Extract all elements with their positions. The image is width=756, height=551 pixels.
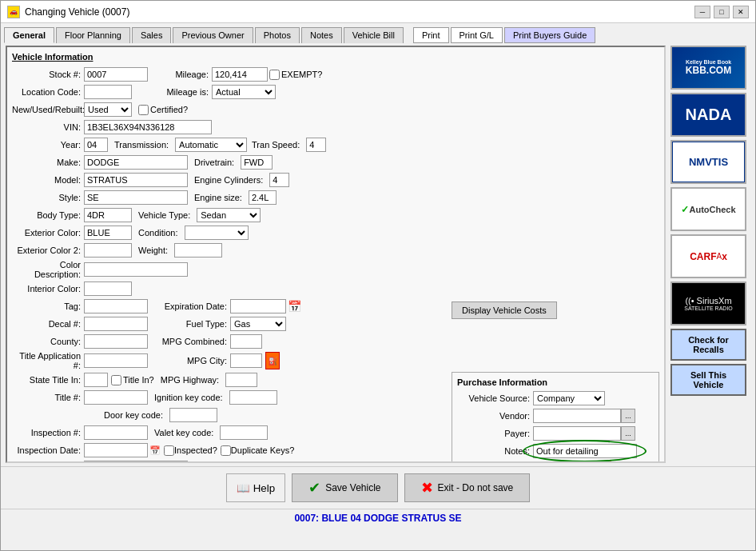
- nada-logo-display: NADA: [672, 94, 745, 135]
- drivetrain-input[interactable]: [241, 155, 273, 170]
- tab-vehicle-bill[interactable]: Vehicle Bill: [344, 27, 404, 43]
- title-app-input[interactable]: [84, 353, 148, 368]
- exit-x-icon: ✖: [421, 479, 433, 497]
- kbb-logo-button[interactable]: Kelley Blue Book KBB.COM: [670, 46, 746, 90]
- tab-print-buyers-guide[interactable]: Print Buyers Guide: [504, 27, 595, 43]
- siriusxm-logo-display: ((• SiriusXm SATELLITE RADIO: [672, 283, 745, 324]
- valet-key-input[interactable]: [220, 425, 268, 440]
- inspected-label: Inspected?: [174, 445, 217, 455]
- vin-input[interactable]: [84, 120, 212, 134]
- new-used-select[interactable]: Used New Rebuilt: [84, 102, 132, 117]
- fuel-type-select[interactable]: Gas Diesel Electric: [230, 317, 286, 331]
- exit-button[interactable]: ✖ Exit - Do not save: [404, 473, 531, 502]
- vendor-ellipsis-button[interactable]: ...: [621, 409, 635, 423]
- condition-select[interactable]: Excellent Good: [185, 226, 249, 240]
- minimize-button[interactable]: ─: [694, 6, 710, 18]
- form-panel: Vehicle Information Stock #: Mileage: EX…: [6, 46, 666, 463]
- transmission-select[interactable]: Automatic Manual: [175, 138, 247, 152]
- help-button[interactable]: 📖 Help: [226, 473, 285, 502]
- ignition-key-input[interactable]: [229, 390, 277, 405]
- tab-floor-planning[interactable]: Floor Planning: [56, 27, 130, 43]
- stock-input[interactable]: [84, 67, 148, 82]
- make-input[interactable]: [84, 155, 188, 170]
- payer-input[interactable]: [533, 426, 621, 441]
- location-input[interactable]: [84, 85, 132, 99]
- engine-size-input[interactable]: [249, 190, 277, 205]
- model-input[interactable]: [84, 173, 188, 187]
- state-title-input[interactable]: [84, 373, 108, 387]
- door-key-input[interactable]: [169, 408, 217, 422]
- exp-date-input[interactable]: [230, 299, 286, 313]
- mpg-city-input[interactable]: [230, 353, 262, 368]
- weight-input[interactable]: [174, 243, 222, 258]
- tab-general[interactable]: General: [4, 27, 54, 43]
- year-input[interactable]: [84, 138, 108, 152]
- ext-color-input[interactable]: [84, 226, 132, 240]
- status-bar: 0007: BLUE 04 DODGE STRATUS SE: [1, 509, 755, 527]
- title-app-label: Title Application #:: [12, 351, 84, 370]
- autocheck-logo-button[interactable]: ✓AutoCheck: [670, 187, 746, 231]
- vendor-input[interactable]: [533, 409, 621, 423]
- decal-row: Decal #: Fuel Type: Gas Diesel Electric: [12, 316, 444, 332]
- siriusxm-logo-button[interactable]: ((• SiriusXm SATELLITE RADIO: [670, 281, 746, 325]
- close-button[interactable]: ✕: [733, 6, 749, 18]
- sell-label: Sell ThisVehicle: [690, 370, 726, 389]
- county-input[interactable]: [84, 334, 148, 349]
- mileage-is-select[interactable]: Actual Exempt: [212, 85, 276, 99]
- year-label: Year:: [12, 140, 84, 150]
- tag-input[interactable]: [84, 299, 148, 313]
- notes-input[interactable]: [533, 444, 637, 458]
- maximize-button[interactable]: □: [714, 6, 730, 18]
- tab-previous-owner[interactable]: Previous Owner: [173, 27, 253, 43]
- new-used-row: New/Used/Rebuilt: Used New Rebuilt Certi…: [12, 102, 659, 118]
- inspection-date-calendar-icon[interactable]: 📅: [149, 445, 161, 456]
- inspection-num-input[interactable]: [84, 425, 148, 440]
- stock-row: Stock #: Mileage: EXEMPT?: [12, 66, 659, 82]
- mpg-highway-label: MPG Highway:: [161, 375, 222, 385]
- vehicle-source-select[interactable]: Company Auction Trade In: [533, 391, 605, 405]
- color-desc-label: Color Description:: [12, 260, 84, 279]
- tab-photos[interactable]: Photos: [255, 27, 300, 43]
- mileage-input[interactable]: [212, 67, 268, 82]
- tab-notes[interactable]: Notes: [301, 27, 342, 43]
- body-type-row: Body Type: Vehicle Type: Sedan SUV Truck: [12, 207, 659, 223]
- title-num-input[interactable]: [84, 390, 148, 405]
- mpg-city-label: MPG City:: [154, 356, 230, 365]
- decal-label: Decal #:: [12, 319, 84, 329]
- int-color-input[interactable]: [84, 281, 132, 296]
- tab-sales[interactable]: Sales: [132, 27, 172, 43]
- engine-cyl-input[interactable]: [269, 173, 289, 187]
- style-input[interactable]: [84, 190, 188, 205]
- tabs-bar: General Floor Planning Sales Previous Ow…: [1, 23, 755, 42]
- title-in-checkbox[interactable]: [111, 375, 121, 385]
- nada-logo-button[interactable]: NADA: [670, 93, 746, 137]
- tab-print[interactable]: Print: [413, 27, 449, 43]
- mpg-highway-input[interactable]: [225, 373, 257, 387]
- display-costs-button[interactable]: Display Vehicle Costs: [452, 301, 557, 319]
- ext-color2-input[interactable]: [84, 243, 132, 258]
- decal-input[interactable]: [84, 317, 148, 331]
- mpg-combined-input[interactable]: [230, 334, 262, 349]
- vehicle-type-select[interactable]: Sedan SUV Truck: [197, 208, 261, 222]
- color-desc-input[interactable]: [84, 262, 188, 277]
- certified-checkbox[interactable]: [138, 105, 149, 115]
- body-type-input[interactable]: [84, 208, 132, 222]
- payer-ellipsis-button[interactable]: ...: [621, 426, 635, 441]
- save-vehicle-button[interactable]: ✔ Save Vehicle: [292, 473, 397, 502]
- vendor-label: Vendor:: [457, 411, 533, 421]
- sell-vehicle-button[interactable]: Sell ThisVehicle: [670, 364, 746, 396]
- int-color-label: Interior Color:: [12, 284, 84, 293]
- duplicate-keys-checkbox[interactable]: [221, 445, 231, 456]
- weight-label: Weight:: [138, 246, 171, 255]
- exp-date-calendar-icon[interactable]: 📅: [288, 300, 301, 313]
- inspected-checkbox[interactable]: [164, 445, 174, 456]
- nmvtis-logo-button[interactable]: NMVTIS: [670, 140, 746, 184]
- bill-of-sale-button[interactable]: Bill ofSale: [581, 461, 611, 463]
- carfax-logo-button[interactable]: CARFAx: [670, 234, 746, 278]
- inspection-date-input[interactable]: [84, 443, 148, 457]
- tran-speed-input[interactable]: [306, 138, 326, 152]
- check-recalls-button[interactable]: Check forRecalls: [670, 329, 746, 361]
- inspected-by-input[interactable]: [84, 461, 188, 463]
- exempt-checkbox[interactable]: [269, 70, 280, 80]
- tab-print-gl[interactable]: Print G/L: [451, 27, 503, 43]
